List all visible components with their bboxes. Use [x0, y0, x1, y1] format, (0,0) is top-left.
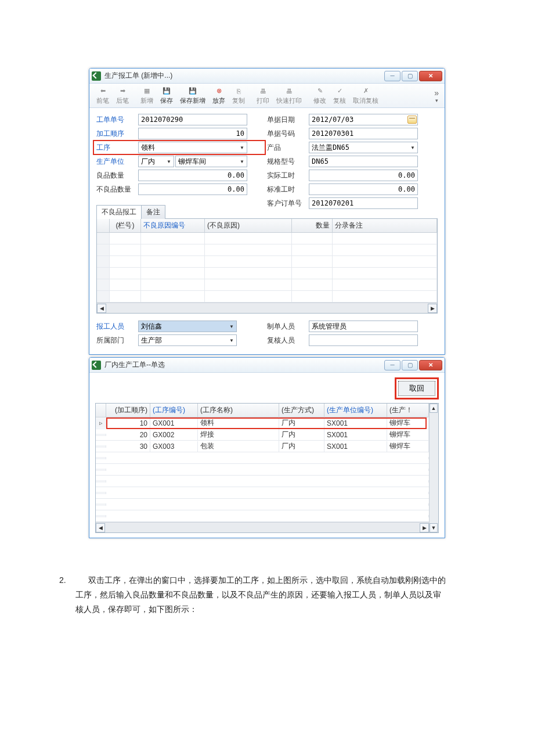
input-prod-unit-b[interactable] — [175, 156, 247, 167]
form-area: 工单单号 单据日期 加工顺序 单据号码 — [89, 108, 445, 354]
label-cust-order: 客户订单号 — [267, 199, 309, 208]
grid-row[interactable] — [96, 510, 429, 522]
input-doc-no[interactable] — [309, 128, 418, 139]
toolbar-copy[interactable]: ⎘复制 — [229, 85, 248, 106]
header-seq[interactable]: (加工顺序) — [106, 404, 150, 417]
select-order-window: 厂内生产工单--单选 ─ ▢ ✕ 取回 (加工顺序) (工序编号) (工序名称)… — [89, 357, 445, 538]
input-reporter[interactable] — [138, 321, 237, 332]
header-unit[interactable]: (生产！ — [387, 404, 429, 417]
minimize-button[interactable]: ─ — [384, 360, 400, 370]
toolbar-quick-print[interactable]: 🖶快速打印 — [273, 85, 305, 106]
title-bar[interactable]: 生产报工单 (新增中...) ─ ▢ ✕ — [89, 69, 445, 84]
input-bad-qty[interactable] — [138, 183, 247, 195]
calendar-icon[interactable] — [407, 116, 417, 124]
input-product[interactable] — [309, 142, 418, 153]
label-proc-seq: 加工顺序 — [96, 129, 138, 139]
select-grid-body: ▹10GX001领料厂内SX001铆焊车20GX002焊接厂内SX001铆焊车3… — [96, 417, 429, 452]
grid-header-col4[interactable]: 数量 — [292, 219, 333, 232]
input-spec[interactable] — [309, 156, 418, 167]
minimize-button[interactable]: ─ — [384, 71, 400, 81]
scroll-down-icon[interactable]: ▼ — [430, 523, 438, 532]
grid-row[interactable] — [97, 291, 437, 303]
dropdown-arrow-icon[interactable]: ▼ — [238, 143, 246, 152]
tab-defect-report[interactable]: 不良品报工 — [96, 205, 142, 219]
label-prod-unit: 生产单位 — [96, 157, 138, 167]
scroll-up-icon[interactable]: ▲ — [430, 404, 438, 413]
toolbar-overflow[interactable]: »▾ — [434, 88, 441, 103]
input-proc-seq[interactable] — [138, 128, 247, 139]
label-maker: 制单人员 — [267, 322, 309, 332]
grid-row[interactable] — [97, 279, 437, 291]
close-button[interactable]: ✕ — [419, 360, 442, 370]
grid-header-col2[interactable]: 不良原因编号 — [141, 219, 205, 232]
grid-row[interactable] — [96, 464, 429, 476]
toolbar-prev[interactable]: ⬅前笔 — [93, 85, 113, 106]
scroll-left-icon[interactable]: ◀ — [96, 523, 105, 532]
grid-row[interactable] — [96, 487, 429, 499]
header-mode[interactable]: (生产方式) — [279, 404, 324, 417]
toolbar-print[interactable]: 🖶打印 — [253, 85, 273, 106]
toolbar-unreview[interactable]: ✗取消复核 — [349, 85, 382, 106]
input-std-hours[interactable] — [309, 183, 418, 195]
app-icon — [92, 361, 101, 370]
toolbar-save-new[interactable]: 💾保存新增 — [176, 85, 209, 106]
label-spec: 规格型号 — [267, 157, 309, 167]
dropdown-arrow-icon[interactable]: ▼ — [409, 143, 417, 152]
dropdown-arrow-icon[interactable]: ▼ — [238, 157, 246, 166]
grid-row[interactable] — [97, 233, 437, 244]
title-bar[interactable]: 厂内生产工单--单选 ─ ▢ ✕ — [89, 358, 445, 373]
label-dept: 所属部门 — [96, 336, 138, 345]
scroll-right-icon[interactable]: ▶ — [420, 523, 429, 532]
toolbar-review[interactable]: ✓复核 — [330, 85, 349, 106]
grid-header-col1[interactable]: (栏号) — [110, 219, 141, 232]
scroll-left-icon[interactable]: ◀ — [97, 304, 106, 313]
label-doc-date: 单据日期 — [267, 115, 309, 125]
grid-row[interactable] — [97, 268, 437, 279]
input-process[interactable] — [138, 142, 247, 153]
instruction-number: 2. — [59, 573, 66, 588]
input-dept[interactable] — [138, 334, 237, 346]
input-doc-date[interactable] — [309, 114, 418, 125]
label-bad-qty: 不良品数量 — [96, 185, 138, 195]
grid-header-col5[interactable]: 分录备注 — [333, 219, 437, 232]
dropdown-arrow-icon[interactable]: ▼ — [165, 157, 173, 166]
header-name[interactable]: (工序名称) — [198, 404, 279, 417]
maximize-button[interactable]: ▢ — [402, 360, 418, 370]
dropdown-arrow-icon[interactable]: ▼ — [228, 322, 236, 331]
v-scrollbar[interactable]: ▲ ▼ — [429, 404, 438, 532]
grid-row[interactable] — [96, 499, 429, 510]
scroll-right-icon[interactable]: ▶ — [428, 304, 437, 313]
toolbar-save[interactable]: 💾保存 — [157, 85, 176, 106]
defect-grid: (栏号) 不良原因编号 (不良原因) 数量 分录备注 ◀ ▶ — [96, 219, 438, 314]
input-cust-order[interactable] — [309, 197, 418, 209]
grid-row[interactable] — [97, 244, 437, 256]
toolbar-edit[interactable]: ✎修改 — [310, 85, 330, 106]
grid-row[interactable] — [97, 256, 437, 268]
label-order-no: 工单单号 — [96, 115, 138, 125]
h-scrollbar[interactable]: ◀ ▶ — [97, 303, 437, 313]
toolbar-new[interactable]: ▦新增 — [137, 85, 157, 106]
grid-row[interactable] — [96, 476, 429, 487]
tab-remark[interactable]: 备注 — [141, 205, 165, 219]
input-actual-hours[interactable] — [309, 170, 418, 181]
maximize-button[interactable]: ▢ — [402, 71, 418, 81]
input-good-qty[interactable] — [138, 170, 247, 181]
input-maker[interactable] — [309, 321, 418, 332]
toolbar-next[interactable]: ➡后笔 — [113, 85, 132, 106]
close-button[interactable]: ✕ — [419, 71, 442, 81]
header-code[interactable]: (工序编号) — [150, 404, 198, 417]
header-unit-code[interactable]: (生产单位编号) — [324, 404, 387, 417]
table-row[interactable]: ▹10GX001领料厂内SX001铆焊车 — [96, 417, 429, 429]
input-order-no[interactable] — [138, 114, 247, 125]
get-button[interactable]: 取回 — [398, 381, 435, 396]
grid-row[interactable] — [96, 452, 429, 464]
table-row[interactable]: 30GX003包装厂内SX001铆焊车 — [96, 441, 429, 452]
label-reviewer: 复核人员 — [267, 336, 309, 345]
h-scrollbar[interactable]: ◀ ▶ — [96, 522, 429, 532]
input-reviewer[interactable] — [309, 334, 418, 346]
instruction-text: 2. 双击工序，在弹出的窗口中，选择要加工的工序，如上图所示，选中取回，系统自动… — [75, 573, 447, 617]
dropdown-arrow-icon[interactable]: ▼ — [228, 336, 236, 345]
grid-header-col3[interactable]: (不良原因) — [205, 219, 292, 232]
table-row[interactable]: 20GX002焊接厂内SX001铆焊车 — [96, 429, 429, 441]
toolbar-discard[interactable]: ⊗放弃 — [209, 85, 229, 106]
